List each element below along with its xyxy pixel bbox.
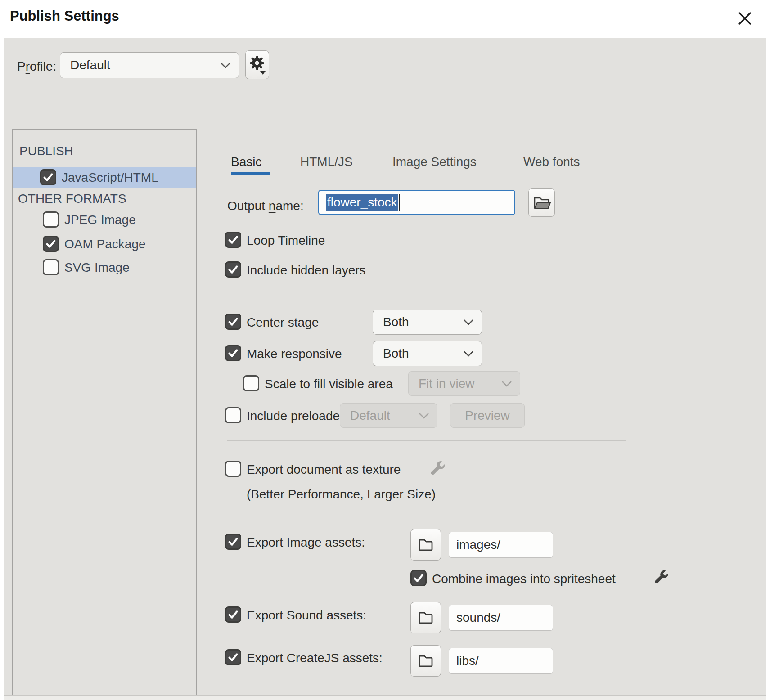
- dialog-bottom-strip: [4, 695, 766, 700]
- export-createjs-assets-checkbox[interactable]: [225, 649, 241, 665]
- checkmark-icon: [226, 263, 240, 276]
- javascript-html-checkbox[interactable]: [40, 169, 56, 185]
- section-divider: [227, 292, 626, 292]
- svg-image-checkbox[interactable]: [43, 259, 59, 275]
- export-texture-label: Export document as texture: [247, 462, 401, 478]
- checkmark-icon: [226, 346, 240, 360]
- export-createjs-assets-label: Export CreateJS assets:: [247, 650, 383, 666]
- center-stage-label: Center stage: [247, 314, 319, 331]
- section-divider: [227, 440, 626, 441]
- checkmark-icon: [226, 315, 240, 328]
- chevron-down-icon: [463, 350, 474, 357]
- checkmark-icon: [226, 651, 240, 664]
- folder-icon: [417, 610, 434, 625]
- gear-icon: [248, 54, 266, 75]
- make-responsive-select[interactable]: Both: [373, 341, 482, 366]
- tab-web-fonts[interactable]: Web fonts: [523, 155, 580, 169]
- chevron-down-icon: [463, 319, 474, 326]
- folder-icon: [417, 537, 434, 552]
- center-stage-checkbox[interactable]: [225, 314, 241, 330]
- sidebar-item-label: JavaScript/HTML: [62, 171, 158, 185]
- chevron-down-icon: [501, 380, 513, 387]
- include-hidden-layers-checkbox[interactable]: [225, 261, 241, 278]
- sidebar-item-label[interactable]: SVG Image: [64, 260, 130, 275]
- checkmark-icon: [44, 237, 58, 251]
- center-stage-select[interactable]: Both: [373, 310, 482, 335]
- export-sound-assets-label: Export Sound assets:: [247, 607, 366, 624]
- include-preloader-checkbox[interactable]: [225, 407, 241, 423]
- profile-options-button[interactable]: [245, 50, 269, 79]
- make-responsive-checkbox[interactable]: [225, 345, 241, 361]
- loop-timeline-checkbox[interactable]: [225, 232, 241, 248]
- scale-to-fill-checkbox[interactable]: [243, 375, 259, 391]
- scale-to-fill-value: Fit in view: [419, 377, 501, 391]
- chevron-down-icon: [220, 62, 231, 69]
- sidebar-item-label[interactable]: OAM Package: [64, 237, 146, 251]
- scale-to-fill-select: Fit in view: [408, 371, 520, 396]
- center-stage-value: Both: [383, 315, 463, 329]
- image-assets-browse-button[interactable]: [410, 529, 441, 561]
- make-responsive-value: Both: [383, 346, 463, 361]
- profile-select[interactable]: Default: [60, 52, 239, 78]
- checkmark-icon: [226, 608, 240, 621]
- createjs-assets-browse-button[interactable]: [410, 645, 441, 677]
- output-name-input[interactable]: flower_stock: [318, 190, 515, 215]
- checkmark-icon: [226, 535, 240, 548]
- jpeg-image-checkbox[interactable]: [43, 211, 59, 228]
- wrench-icon[interactable]: [653, 568, 671, 587]
- sound-assets-path-input[interactable]: sounds/: [449, 605, 553, 631]
- text-caret: [399, 194, 400, 211]
- checkmark-icon: [226, 233, 240, 247]
- loop-timeline-label: Loop Timeline: [247, 233, 325, 249]
- profile-label: Profile:: [17, 58, 56, 75]
- preloader-select: Default: [340, 403, 437, 428]
- folder-open-icon: [532, 195, 551, 211]
- export-image-assets-label: Export Image assets:: [247, 534, 365, 551]
- include-preloader-label: Include preloader: [247, 408, 344, 424]
- close-icon[interactable]: [734, 8, 755, 29]
- output-name-value: flower_stock: [326, 194, 398, 211]
- export-image-assets-checkbox[interactable]: [225, 534, 241, 550]
- profile-select-value: Default: [70, 58, 220, 72]
- make-responsive-label: Make responsive: [247, 346, 342, 362]
- tab-image-settings[interactable]: Image Settings: [392, 155, 477, 169]
- publish-section-header: PUBLISH: [19, 144, 73, 158]
- active-tab-underline: [231, 172, 270, 175]
- export-texture-note: (Better Performance, Larger Size): [247, 487, 436, 502]
- output-name-label: Output name:: [227, 198, 304, 214]
- header-separator: [311, 50, 311, 114]
- output-browse-button[interactable]: [528, 188, 555, 217]
- combine-spritesheet-checkbox[interactable]: [410, 570, 427, 586]
- wrench-icon[interactable]: [428, 459, 448, 479]
- chevron-down-icon: [418, 412, 430, 419]
- image-assets-path-input[interactable]: images/: [449, 532, 553, 558]
- checkmark-icon: [41, 171, 55, 184]
- dialog-title: Publish Settings: [10, 8, 119, 24]
- export-texture-checkbox[interactable]: [225, 461, 241, 477]
- preview-button: Preview: [450, 403, 525, 428]
- export-sound-assets-checkbox[interactable]: [225, 606, 241, 623]
- other-formats-section-header: OTHER FORMATS: [18, 192, 126, 206]
- sidebar-item-label[interactable]: JPEG Image: [64, 213, 136, 227]
- createjs-assets-path-input[interactable]: libs/: [449, 648, 553, 674]
- folder-icon: [417, 653, 434, 669]
- tab-html-js[interactable]: HTML/JS: [300, 155, 353, 169]
- combine-spritesheet-label: Combine images into spritesheet: [432, 571, 616, 587]
- preloader-value: Default: [350, 408, 418, 423]
- tab-basic[interactable]: Basic: [231, 155, 261, 169]
- include-hidden-layers-label: Include hidden layers: [247, 262, 366, 278]
- oam-package-checkbox[interactable]: [43, 236, 59, 252]
- scale-to-fill-label: Scale to fill visible area: [265, 376, 393, 392]
- sound-assets-browse-button[interactable]: [410, 602, 441, 633]
- checkmark-icon: [412, 571, 425, 585]
